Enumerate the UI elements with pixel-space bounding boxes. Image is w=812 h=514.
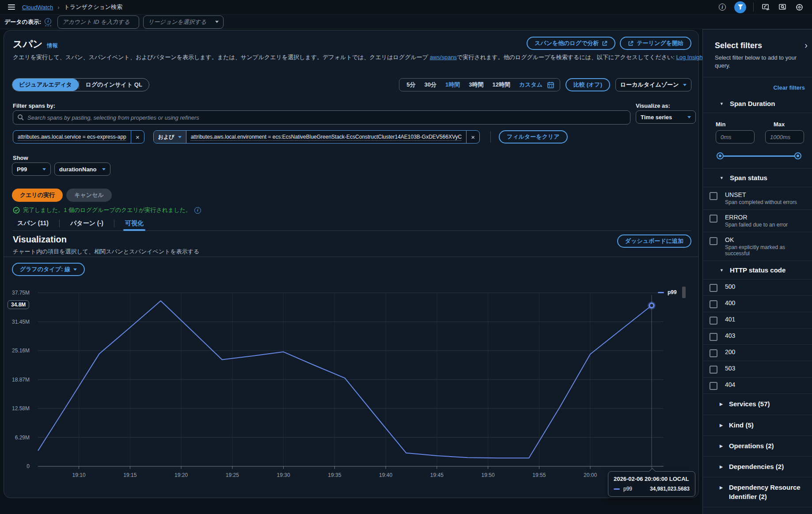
slider-handle-min[interactable]: [717, 152, 724, 159]
breadcrumb-separator-icon: ›: [57, 4, 59, 11]
chevron-down-icon: [178, 136, 182, 138]
external-link-icon: [628, 41, 634, 46]
external-link-icon: [602, 41, 607, 46]
duration-min-input[interactable]: [716, 130, 755, 144]
section-operations-2-[interactable]: ▶Operations (2): [703, 436, 812, 457]
min-label: Min: [716, 121, 747, 128]
checkbox-200[interactable]: [710, 349, 717, 357]
menu-icon[interactable]: [8, 4, 15, 10]
svg-text:31.45M: 31.45M: [12, 319, 30, 325]
section-span-duration[interactable]: ▼ Span Duration: [703, 94, 812, 113]
time-range-30分[interactable]: 30分: [420, 81, 440, 89]
checkbox-error[interactable]: [710, 215, 717, 223]
time-range-group: 5分30分1時間3時間12時間カスタム: [399, 78, 560, 91]
search-spans-input[interactable]: [13, 110, 630, 125]
slider-track[interactable]: [719, 155, 799, 157]
tab-1[interactable]: パターン (-): [66, 216, 108, 231]
time-range-5分[interactable]: 5分: [402, 81, 420, 89]
info-link[interactable]: 情報: [47, 42, 58, 49]
clear-filters-label: フィルターをクリア: [507, 133, 559, 141]
visualize-as-select[interactable]: Time series: [636, 110, 696, 124]
collapse-panel-icon[interactable]: ›: [804, 40, 808, 50]
section-dependency-resource-type-1-[interactable]: ▶Dependency Resource Type (1): [703, 507, 812, 514]
account-id-input[interactable]: [57, 15, 139, 29]
chevron-down-icon: ▼: [720, 268, 724, 272]
close-icon[interactable]: ×: [131, 131, 144, 143]
legend-scrollbar[interactable]: [682, 287, 686, 298]
region-select[interactable]: リージョンを選択する: [143, 15, 224, 29]
editor-mode-logs-ql[interactable]: ログのインサイト QL: [79, 79, 149, 91]
graph-type-button[interactable]: グラフのタイプ: 線: [12, 263, 85, 276]
breadcrumb-cloudwatch-link[interactable]: CloudWatch: [22, 4, 53, 11]
span-status-option-ok: OKSpan explicitly marked as successful: [703, 232, 812, 261]
section-dependency-resource-identifier-2-[interactable]: ▶Dependency Resource Identifier (2): [703, 477, 812, 507]
section-label: Kind (5): [729, 421, 754, 430]
svg-text:19:10: 19:10: [72, 472, 86, 478]
calendar-icon[interactable]: [547, 81, 554, 89]
time-range-1時間[interactable]: 1時間: [441, 81, 464, 89]
editor-mode-visual[interactable]: ビジュアルエディタ: [12, 79, 79, 91]
time-range-3時間[interactable]: 3時間: [464, 81, 488, 89]
panel-header: スパン 情報: [13, 38, 58, 51]
sidebar-title: Select filters: [715, 41, 806, 50]
time-range-12時間[interactable]: 12時間: [488, 81, 514, 89]
checkbox-400[interactable]: [710, 300, 717, 308]
chart-svg[interactable]: 19:1019:1519:2019:2519:3019:3519:4019:45…: [4, 285, 699, 483]
chevron-down-icon: [687, 116, 691, 118]
section-label: Operations (2): [729, 442, 774, 450]
section-http-status-code[interactable]: ▼ HTTP status code: [703, 261, 812, 280]
aws-spans-link[interactable]: aws/spans: [430, 54, 457, 60]
info-icon[interactable]: i: [45, 18, 51, 26]
checkbox-403[interactable]: [710, 333, 717, 341]
time-range-カスタム[interactable]: カスタム: [515, 81, 547, 89]
analyze-in-logs-button[interactable]: スパンを他のログで分析: [527, 37, 615, 50]
section-services-57-[interactable]: ▶Services (57): [703, 394, 812, 415]
statistic-select[interactable]: P99: [12, 163, 51, 176]
filter-chip-text[interactable]: attributes.aws.local.environment = ecs:E…: [186, 134, 467, 140]
spans-panel: スパン 情報 スパンを他のログで分析 テーリングを開始 クエリを実行して、スパン…: [4, 30, 699, 498]
timezone-select[interactable]: ローカルタイムゾーン: [615, 78, 691, 91]
hover-point-marker[interactable]: [649, 303, 654, 308]
close-icon[interactable]: ×: [466, 131, 479, 143]
option-text: OKSpan explicitly marked as successful: [725, 236, 808, 257]
duration-max-input[interactable]: [765, 130, 804, 144]
svg-text:19:55: 19:55: [532, 472, 546, 478]
checkbox-unset[interactable]: [710, 192, 717, 200]
clear-filters-link[interactable]: Clear filters: [773, 84, 805, 91]
inspect-icon[interactable]: [778, 2, 787, 12]
cancel-button[interactable]: キャンセル: [66, 189, 112, 202]
checkbox-500[interactable]: [710, 284, 717, 292]
section-kind-5-[interactable]: ▶Kind (5): [703, 415, 812, 436]
section-span-status[interactable]: ▼ Span status: [703, 169, 812, 187]
section-dependencies-2-[interactable]: ▶Dependencies (2): [703, 457, 812, 477]
filter-funnel-icon[interactable]: [734, 1, 746, 13]
field-select[interactable]: durationNano: [54, 163, 110, 176]
operator-select[interactable]: および: [154, 131, 186, 143]
duration-range-slider: [717, 152, 801, 159]
max-label: Max: [774, 121, 805, 128]
start-tailing-button[interactable]: テーリングを開始: [620, 37, 691, 50]
checkbox-401[interactable]: [710, 317, 717, 325]
settings-icon[interactable]: [794, 2, 804, 12]
checkbox-404[interactable]: [710, 382, 717, 390]
filter-chip-text[interactable]: attributes.aws.local.service = ecs-expre…: [13, 134, 131, 140]
statistic-value: P99: [17, 166, 27, 173]
run-query-button[interactable]: クエリの実行: [12, 189, 63, 202]
tab-2[interactable]: 可視化: [121, 216, 148, 231]
checkbox-ok[interactable]: [710, 237, 717, 245]
checkbox-503[interactable]: [710, 366, 717, 374]
info-icon[interactable]: i: [194, 207, 201, 214]
chevron-down-icon: [215, 21, 219, 23]
slider-handle-max[interactable]: [794, 152, 801, 159]
legend-item-p99[interactable]: p99: [658, 287, 686, 298]
compare-toggle-button[interactable]: 比較 (オフ): [565, 78, 610, 91]
add-to-dashboard-label: ダッシュボードに追加: [625, 237, 683, 245]
info-icon[interactable]: i: [717, 2, 727, 12]
divider: [490, 131, 491, 143]
add-to-dashboard-button[interactable]: ダッシュボードに追加: [617, 234, 691, 248]
result-tabs: スパン (11)パターン (-)可視化: [13, 216, 691, 231]
section-label: HTTP status code: [730, 266, 785, 274]
feedback-icon[interactable]: [761, 2, 770, 12]
clear-filters-button[interactable]: フィルターをクリア: [499, 130, 567, 144]
tab-0[interactable]: スパン (11): [13, 216, 53, 231]
